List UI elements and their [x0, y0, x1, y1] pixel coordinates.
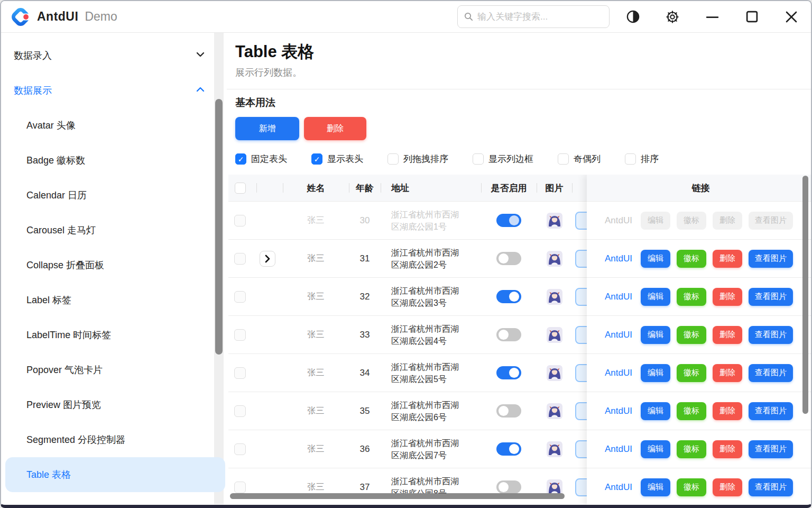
close-icon[interactable] — [785, 10, 798, 24]
horizontal-scrollbar-thumb[interactable] — [230, 493, 565, 499]
edit-button[interactable]: 编辑 — [641, 364, 670, 382]
select-all-checkbox[interactable] — [235, 183, 246, 194]
delete-button[interactable]: 删除 — [304, 117, 366, 140]
antdui-link[interactable]: AntdUI — [603, 406, 634, 416]
sidebar-item-badge[interactable]: Badge 徽标数 — [5, 143, 225, 178]
toggle-switch-off[interactable] — [496, 252, 521, 265]
row-checkbox[interactable] — [234, 405, 246, 417]
avatar-image[interactable] — [547, 365, 562, 381]
view-image-button[interactable]: 查看图片 — [749, 250, 793, 268]
option-排序[interactable]: 排序 — [625, 153, 659, 165]
sidebar-item-avatar[interactable]: Avatar 头像 — [5, 108, 225, 143]
edit-button[interactable]: 编辑 — [641, 212, 670, 230]
sidebar-item-collapse[interactable]: Collapse 折叠面板 — [5, 248, 225, 283]
antdui-link[interactable]: AntdUI — [603, 215, 634, 226]
antdui-link[interactable]: AntdUI — [603, 368, 634, 378]
toggle-switch-on[interactable] — [496, 442, 521, 456]
avatar-image[interactable] — [547, 327, 562, 343]
edit-button[interactable]: 编辑 — [641, 326, 670, 344]
edit-button[interactable]: 编辑 — [641, 288, 670, 306]
sidebar-group-1[interactable]: 数据录入 — [1, 38, 227, 73]
option-奇偶列[interactable]: 奇偶列 — [558, 153, 601, 165]
badge-button[interactable]: 徽标 — [677, 326, 706, 344]
delete-row-button[interactable]: 删除 — [713, 326, 742, 344]
sidebar-item-segmented[interactable]: Segmented 分段控制器 — [5, 422, 225, 457]
delete-row-button[interactable]: 删除 — [713, 288, 742, 306]
sidebar-item-carousel[interactable]: Carousel 走马灯 — [5, 213, 225, 248]
checkbox-checked[interactable]: ✓ — [311, 153, 322, 165]
view-image-button[interactable]: 查看图片 — [749, 440, 793, 458]
toggle-switch-off[interactable] — [496, 328, 521, 341]
checkbox[interactable] — [558, 153, 569, 165]
toggle-switch-on[interactable] — [496, 214, 521, 227]
search-input[interactable] — [477, 12, 603, 22]
avatar-image[interactable] — [547, 441, 562, 457]
checkbox-checked[interactable]: ✓ — [235, 153, 246, 165]
edit-button[interactable]: 编辑 — [641, 250, 670, 268]
theme-toggle-icon[interactable] — [626, 10, 640, 24]
edit-button[interactable]: 编辑 — [641, 478, 670, 496]
checkbox[interactable] — [387, 153, 399, 165]
sidebar-item-table[interactable]: Table 表格 — [5, 457, 225, 492]
toggle-switch-on[interactable] — [496, 366, 521, 379]
sidebar-item-preview[interactable]: Preview 图片预览 — [5, 387, 225, 422]
badge-button[interactable]: 徽标 — [677, 212, 706, 230]
row-checkbox[interactable] — [234, 329, 246, 341]
sidebar-item-labeltime[interactable]: LabelTime 时间标签 — [5, 318, 225, 352]
add-button[interactable]: 新增 — [235, 117, 299, 140]
row-checkbox[interactable] — [234, 482, 246, 493]
badge-button[interactable]: 徽标 — [677, 288, 706, 306]
view-image-button[interactable]: 查看图片 — [749, 326, 793, 344]
delete-row-button[interactable]: 删除 — [713, 478, 742, 496]
badge-button[interactable]: 徽标 — [677, 440, 706, 458]
antdui-link[interactable]: AntdUI — [603, 330, 634, 340]
toggle-switch-off[interactable] — [496, 480, 521, 494]
edit-button[interactable]: 编辑 — [641, 402, 670, 420]
avatar-image[interactable] — [547, 213, 562, 229]
delete-row-button[interactable]: 删除 — [713, 212, 742, 230]
sidebar-item-calendar[interactable]: Calendar 日历 — [5, 178, 225, 213]
antdui-link[interactable]: AntdUI — [603, 444, 634, 455]
delete-row-button[interactable]: 删除 — [713, 402, 742, 420]
edit-button[interactable]: 编辑 — [641, 440, 670, 458]
view-image-button[interactable]: 查看图片 — [749, 288, 793, 306]
avatar-image[interactable] — [547, 289, 562, 305]
antdui-link[interactable]: AntdUI — [603, 253, 634, 264]
row-checkbox[interactable] — [234, 215, 246, 226]
toggle-switch-off[interactable] — [496, 404, 521, 418]
row-checkbox[interactable] — [234, 253, 246, 265]
search-box[interactable] — [457, 5, 610, 28]
delete-row-button[interactable]: 删除 — [713, 250, 742, 268]
checkbox[interactable] — [473, 153, 484, 165]
antdui-link[interactable]: AntdUI — [603, 292, 634, 302]
row-checkbox[interactable] — [234, 443, 246, 455]
option-显示列边框[interactable]: 显示列边框 — [473, 153, 533, 165]
view-image-button[interactable]: 查看图片 — [749, 364, 793, 382]
avatar-image[interactable] — [547, 251, 562, 267]
badge-button[interactable]: 徽标 — [677, 402, 706, 420]
delete-row-button[interactable]: 删除 — [713, 440, 742, 458]
view-image-button[interactable]: 查看图片 — [749, 478, 793, 496]
antdui-link[interactable]: AntdUI — [603, 482, 634, 493]
row-checkbox[interactable] — [234, 291, 246, 303]
sidebar-item-popover[interactable]: Popover 气泡卡片 — [5, 352, 225, 387]
avatar-image[interactable] — [547, 479, 562, 495]
toggle-switch-on[interactable] — [496, 290, 521, 303]
expand-row-button[interactable] — [260, 251, 275, 267]
vertical-scrollbar-thumb[interactable] — [802, 176, 808, 414]
maximize-icon[interactable] — [745, 10, 759, 24]
view-image-button[interactable]: 查看图片 — [749, 402, 793, 420]
option-显示表头[interactable]: ✓显示表头 — [311, 153, 363, 165]
avatar-image[interactable] — [547, 403, 562, 419]
sidebar-item-tabs[interactable]: Tabs 标签页 — [5, 492, 225, 508]
option-固定表头[interactable]: ✓固定表头 — [235, 153, 287, 165]
checkbox[interactable] — [625, 153, 636, 165]
minimize-icon[interactable] — [705, 10, 719, 24]
sidebar-group-2[interactable]: 数据展示 — [1, 73, 227, 108]
option-列拖拽排序[interactable]: 列拖拽排序 — [387, 153, 448, 165]
badge-button[interactable]: 徽标 — [677, 364, 706, 382]
view-image-button[interactable]: 查看图片 — [749, 212, 793, 230]
badge-button[interactable]: 徽标 — [677, 478, 706, 496]
row-checkbox[interactable] — [234, 367, 246, 379]
sidebar-scrollbar-thumb[interactable] — [215, 99, 223, 355]
